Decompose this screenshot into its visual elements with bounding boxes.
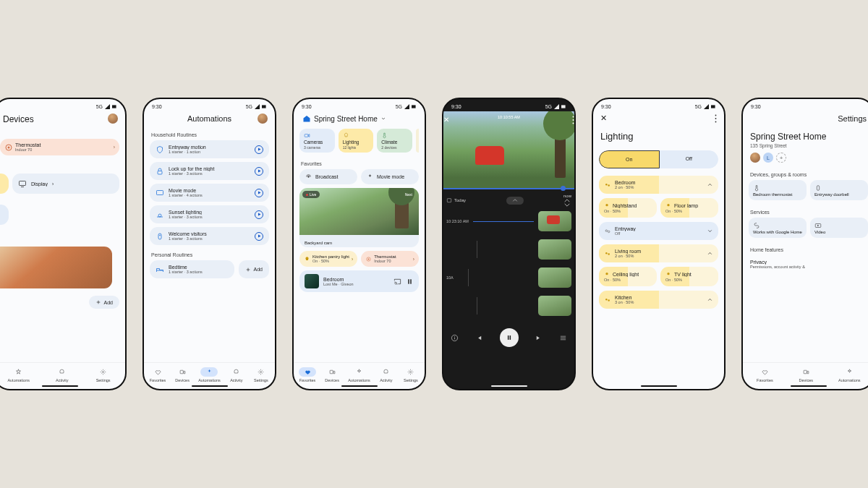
light-ceiling[interactable]: Ceiling lightOn · 50% (599, 267, 657, 286)
room-living[interactable]: Living room2 on · 50% (599, 244, 718, 262)
home-selector[interactable]: Spring Street Home (299, 111, 419, 129)
event-thumbnail[interactable] (538, 296, 571, 316)
cat-climate[interactable]: Climate2 devices (377, 129, 412, 153)
avatar[interactable] (108, 114, 118, 124)
room-bedroom[interactable]: Bedroom2 on · 50% (599, 176, 718, 194)
routine-lockup[interactable]: Lock up for the night1 starter · 3 actio… (150, 162, 269, 180)
play-icon[interactable] (255, 232, 263, 241)
chevron-up-icon[interactable] (707, 296, 713, 303)
svg-rect-55 (817, 186, 819, 191)
chevron-down-icon[interactable] (563, 203, 571, 207)
nav-settings[interactable]: Settings (252, 367, 270, 382)
nav-devices[interactable]: Devices (797, 367, 814, 382)
event-thumbnail[interactable] (538, 211, 571, 231)
avatar[interactable] (258, 114, 268, 124)
chevron-up-icon[interactable] (707, 181, 713, 188)
skip-prev-icon[interactable] (475, 334, 483, 342)
live-badge: Live (302, 191, 320, 198)
nav-favorites[interactable]: Favorites (756, 367, 773, 382)
thermostat-card[interactable]: ThermostatIndoor 70 › (0, 139, 119, 155)
cast-icon[interactable] (393, 278, 401, 286)
nav-automations[interactable]: Automations (198, 367, 221, 382)
close-icon[interactable]: ✕ (599, 111, 718, 125)
play-icon[interactable] (255, 145, 263, 154)
cat-cameras[interactable]: Cameras3 cameras (299, 129, 335, 153)
device-entryway-doorbell[interactable]: Entryway doorbell (810, 180, 868, 200)
close-icon[interactable]: ✕ (443, 116, 449, 124)
add-button[interactable]: Add (89, 296, 119, 309)
pause-icon[interactable] (406, 278, 414, 286)
cat-lighting[interactable]: Lighting12 lights (339, 129, 374, 153)
camera-live-view[interactable]: ✕ 10:10:55 AM (443, 111, 574, 189)
status-bar: 9:30 (743, 99, 868, 111)
device-bedroom-thermostat[interactable]: Bedroom thermostat (749, 180, 807, 200)
routine-movie[interactable]: Movie mode1 starter · 4 actions (150, 184, 269, 202)
svg-rect-26 (561, 105, 566, 108)
add-button[interactable]: Add (239, 260, 269, 278)
chevron-up-icon[interactable] (563, 199, 571, 202)
skip-next-icon[interactable] (535, 334, 542, 342)
routine-welcome[interactable]: Welcome visitors1 starter · 3 actions (150, 227, 269, 245)
nav-devices[interactable]: Devices (323, 367, 341, 382)
light-tv[interactable]: TV lightOn · 50% (660, 267, 718, 286)
more-icon[interactable] (715, 114, 717, 124)
nav-activity[interactable]: Activity (228, 367, 245, 382)
room-kitchen[interactable]: Kitchen3 on · 50% (599, 291, 718, 309)
event-thumbnail[interactable] (538, 239, 571, 260)
play-icon[interactable] (255, 210, 263, 219)
next-label[interactable]: Next (401, 191, 416, 198)
event-thumbnail[interactable] (538, 267, 571, 288)
camera-card[interactable]: Live Next Backyard cam (299, 188, 419, 247)
room-entryway[interactable]: EntrywayOff (599, 222, 718, 240)
movie-mode-button[interactable]: Movie mode (361, 169, 419, 184)
broadcast-button[interactable]: Broadcast (299, 169, 357, 184)
nav-activity[interactable]: Activity (378, 367, 395, 382)
routine-sunset[interactable]: Sunset lighting1 starter · 3 actions (150, 205, 269, 223)
info-icon[interactable] (451, 334, 459, 342)
svg-rect-13 (180, 370, 183, 374)
jump-to-now[interactable] (506, 197, 524, 205)
media-card[interactable]: BedroomLost Me · Giveon (299, 270, 419, 292)
light-nightstand[interactable]: NightstandOn · 50% (599, 198, 657, 218)
member-avatar[interactable] (750, 153, 760, 163)
service-works-with[interactable]: Works with Google Home (749, 218, 807, 238)
timestamp: 10:23:10 AM (446, 219, 469, 223)
date-picker[interactable]: Today (446, 197, 466, 203)
nav-automations[interactable]: Automations (7, 367, 30, 382)
svg-point-27 (573, 116, 574, 118)
nav-automations[interactable]: Automations (838, 367, 861, 382)
player-controls (443, 324, 574, 348)
nav-settings[interactable]: Settings (402, 367, 420, 382)
list-icon[interactable] (559, 334, 567, 342)
play-icon[interactable] (255, 167, 263, 176)
pantry-light-card[interactable]: Kitchen pantry lightOn · 50% › (299, 251, 357, 267)
feature-privacy[interactable]: PrivacyPermissions, account activity & (749, 255, 868, 273)
member-avatar[interactable]: L (763, 153, 773, 163)
chevron-down-icon[interactable] (707, 228, 713, 234)
page-title: Automations (150, 111, 269, 129)
svg-rect-23 (330, 370, 333, 374)
pause-button[interactable] (500, 328, 519, 347)
nav-favorites[interactable]: Favorites (299, 367, 316, 382)
nav-settings[interactable]: Settings (95, 367, 112, 382)
svg-point-53 (605, 298, 608, 300)
thermostat-card[interactable]: ThermostatIndoor 70 › (361, 251, 419, 267)
routine-bedtime[interactable]: Bedtime1 starter · 3 actions (150, 260, 234, 278)
on-off-toggle[interactable]: On Off (599, 150, 718, 168)
sunset-icon (156, 210, 164, 219)
play-icon[interactable] (255, 189, 263, 197)
nav-favorites[interactable]: Favorites (149, 367, 166, 382)
more-icon[interactable] (572, 116, 574, 125)
lights-icon (604, 228, 611, 235)
light-floor-lamp[interactable]: Floor lampOn · 50% (660, 198, 718, 218)
nav-devices[interactable]: Devices (174, 367, 191, 382)
chevron-up-icon[interactable] (707, 250, 713, 257)
svg-point-20 (368, 258, 370, 260)
service-video[interactable]: Video (810, 218, 868, 238)
routine-entryway[interactable]: Entryway motion1 starter · 1 action (150, 140, 269, 158)
svg-point-25 (410, 371, 412, 372)
display-card[interactable]: Display › (12, 174, 119, 194)
nav-activity[interactable]: Activity (54, 367, 71, 382)
add-member-button[interactable]: + (776, 153, 786, 163)
nav-automations[interactable]: Automations (348, 367, 370, 382)
